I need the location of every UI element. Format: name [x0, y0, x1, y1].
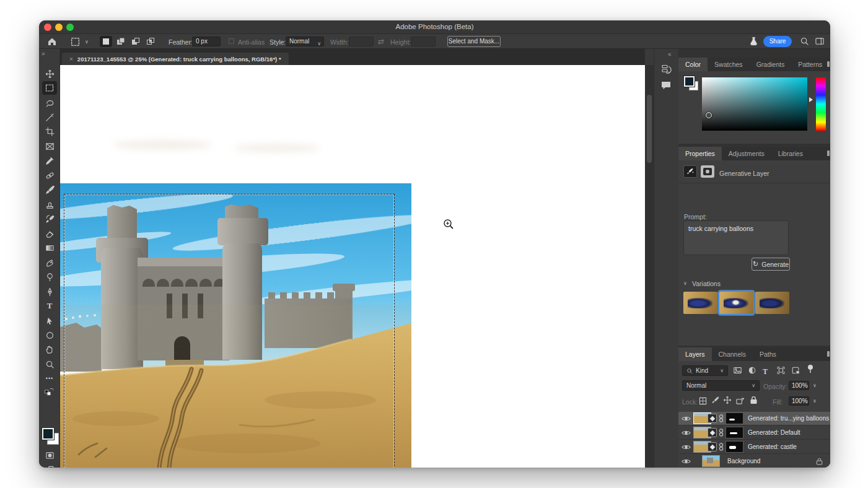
- hue-strip[interactable]: [816, 77, 826, 131]
- selection-mode-intersect-button[interactable]: [144, 36, 157, 47]
- layer-row-generated-castle[interactable]: Generated: castle: [678, 440, 830, 454]
- history-brush-tool[interactable]: [45, 214, 55, 224]
- selection-mode-subtract-button[interactable]: [129, 36, 142, 47]
- generate-button[interactable]: ↻ Generate: [752, 258, 790, 271]
- tab-patterns[interactable]: Patterns: [791, 58, 829, 71]
- expand-tools-icon[interactable]: »: [42, 50, 45, 57]
- spot-healing-brush-tool[interactable]: [45, 170, 55, 180]
- tab-color[interactable]: Color: [678, 58, 708, 71]
- tab-properties[interactable]: Properties: [678, 147, 722, 160]
- history-panel-icon[interactable]: [660, 64, 672, 77]
- variation-thumbnail-1[interactable]: [683, 292, 717, 314]
- lock-transparency-icon[interactable]: [699, 396, 707, 407]
- opacity-value[interactable]: 100%: [789, 381, 809, 390]
- clone-stamp-tool[interactable]: [45, 199, 55, 209]
- default-swap-colors-icon[interactable]: [45, 386, 55, 396]
- prompt-textarea[interactable]: truck carrying balloons: [683, 220, 789, 255]
- canvas-scrollbar-thumb[interactable]: [647, 95, 652, 163]
- workspace-layout-icon[interactable]: [815, 37, 825, 48]
- lock-all-icon[interactable]: [750, 396, 758, 407]
- saturation-brightness-field[interactable]: [702, 77, 807, 131]
- mask-link-icon[interactable]: [719, 429, 724, 437]
- lock-artboard-icon[interactable]: [735, 396, 745, 407]
- tool-preset-chevron-icon[interactable]: ∨: [85, 39, 89, 45]
- height-input[interactable]: [411, 37, 436, 46]
- tab-swatches[interactable]: Swatches: [708, 58, 750, 71]
- pen-tool[interactable]: [45, 287, 55, 297]
- smudge-tool[interactable]: [45, 258, 55, 268]
- type-tool[interactable]: T: [45, 301, 55, 311]
- lock-image-icon[interactable]: [711, 396, 719, 407]
- lock-position-icon[interactable]: [723, 396, 732, 407]
- filter-pixel-layers-icon[interactable]: [733, 366, 742, 377]
- layer-row-generated-default[interactable]: Generated: Default: [678, 426, 830, 440]
- selection-mode-new-button[interactable]: [100, 36, 112, 47]
- edit-toolbar-icon[interactable]: •••: [45, 373, 55, 383]
- filter-shape-layers-icon[interactable]: [776, 366, 786, 377]
- canvas-scrollbar[interactable]: [645, 65, 654, 468]
- move-tool[interactable]: [45, 69, 55, 79]
- panel-menu-hint[interactable]: [827, 61, 830, 67]
- brush-tool[interactable]: [45, 185, 55, 194]
- screen-mode-icon[interactable]: [45, 464, 55, 468]
- quick-mask-mode-icon[interactable]: [45, 450, 55, 460]
- fill-value[interactable]: 100%: [789, 396, 809, 406]
- opacity-chevron-icon[interactable]: ∨: [813, 383, 817, 388]
- tool-preset-marquee-icon[interactable]: [70, 37, 81, 50]
- path-selection-tool[interactable]: [45, 316, 55, 326]
- swap-dimensions-icon[interactable]: ⇄: [378, 37, 384, 46]
- layer-mask-thumbnail[interactable]: [726, 427, 743, 438]
- width-input[interactable]: [349, 37, 374, 46]
- object-selection-tool[interactable]: [45, 112, 55, 122]
- layer-thumbnail[interactable]: [702, 455, 720, 467]
- feather-input[interactable]: 0 px: [192, 37, 221, 46]
- rectangular-marquee-tool[interactable]: [42, 81, 57, 95]
- selection-mode-add-button[interactable]: [115, 36, 127, 47]
- panel-menu-hint[interactable]: [827, 351, 830, 357]
- crop-tool[interactable]: [45, 126, 55, 136]
- filter-toggle-pin-icon[interactable]: [807, 364, 814, 376]
- layer-row-background[interactable]: Background: [678, 455, 830, 468]
- gradient-tool[interactable]: [45, 243, 55, 253]
- comments-panel-icon[interactable]: [660, 80, 672, 93]
- blend-mode-select[interactable]: Normal∨: [682, 380, 760, 391]
- select-and-mask-button[interactable]: Select and Mask...: [447, 36, 501, 47]
- variation-thumbnail-3[interactable]: [755, 292, 789, 314]
- collapse-panels-icon[interactable]: «: [668, 51, 672, 58]
- layer-visibility-eye-icon[interactable]: [678, 458, 693, 464]
- document-tab[interactable]: × 20171123_145553 @ 25% (Generated: truc…: [62, 53, 289, 65]
- share-button[interactable]: Share: [763, 36, 792, 47]
- filter-adjustment-layers-icon[interactable]: [748, 366, 756, 377]
- variation-thumbnail-2-selected[interactable]: [719, 292, 753, 314]
- layer-visibility-eye-icon[interactable]: [678, 444, 693, 450]
- ellipse-shape-tool[interactable]: [45, 330, 55, 340]
- background-lock-icon[interactable]: [816, 458, 823, 465]
- variations-chevron-icon[interactable]: ∨: [683, 281, 687, 286]
- frame-tool[interactable]: [45, 141, 55, 151]
- document-canvas[interactable]: [60, 65, 645, 468]
- mask-link-icon[interactable]: [719, 443, 724, 451]
- layer-filter-kind-select[interactable]: Kind ∨: [682, 365, 728, 376]
- panel-menu-hint[interactable]: [827, 150, 830, 156]
- eyedropper-tool[interactable]: [45, 155, 55, 165]
- filter-smart-objects-icon[interactable]: [791, 366, 800, 377]
- layer-visibility-eye-icon[interactable]: [678, 416, 693, 422]
- dodge-tool[interactable]: [45, 272, 55, 282]
- layer-row-generated-truck[interactable]: Generated: tru...ying balloons: [678, 412, 830, 425]
- filter-type-layers-icon[interactable]: T: [763, 365, 768, 377]
- zoom-tool[interactable]: [45, 359, 55, 369]
- foreground-color-swatch[interactable]: [42, 428, 54, 440]
- tab-gradients[interactable]: Gradients: [750, 58, 792, 71]
- tab-adjustments[interactable]: Adjustments: [722, 147, 771, 160]
- tab-paths[interactable]: Paths: [753, 347, 783, 361]
- lasso-tool[interactable]: [45, 98, 55, 108]
- search-icon[interactable]: [800, 37, 809, 48]
- tab-libraries[interactable]: Libraries: [771, 147, 810, 160]
- home-icon[interactable]: [47, 37, 57, 49]
- hand-tool[interactable]: [45, 344, 55, 354]
- color-picker-ring[interactable]: [706, 112, 712, 118]
- tab-layers[interactable]: Layers: [678, 347, 712, 361]
- color-panel-foreground-swatch[interactable]: [684, 76, 695, 87]
- foreground-background-swatches[interactable]: [42, 428, 58, 444]
- beta-flask-icon[interactable]: [749, 37, 758, 48]
